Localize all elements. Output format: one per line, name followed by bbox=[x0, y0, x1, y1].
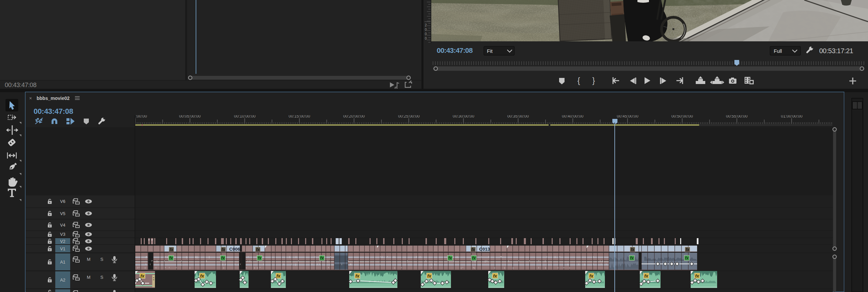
svg-text:fx: fx bbox=[493, 273, 497, 278]
svg-text:fx: fx bbox=[686, 247, 690, 252]
svg-text:fx: fx bbox=[276, 273, 280, 278]
svg-text:{: { bbox=[577, 76, 580, 85]
svg-text:0: 0 bbox=[425, 28, 427, 32]
svg-text:}: } bbox=[592, 76, 595, 85]
svg-text:00:43:47:08: 00:43:47:08 bbox=[5, 81, 36, 88]
svg-text:V4: V4 bbox=[60, 223, 65, 228]
svg-text:fx: fx bbox=[695, 273, 699, 278]
svg-text:00:43:47:08: 00:43:47:08 bbox=[34, 107, 73, 116]
svg-text:fx: fx bbox=[140, 273, 144, 278]
svg-text:C013: C013 bbox=[479, 247, 490, 252]
svg-text:fx: fx bbox=[256, 247, 260, 252]
svg-text:fx: fx bbox=[472, 256, 476, 260]
svg-text:V3: V3 bbox=[60, 232, 65, 237]
svg-text:S: S bbox=[100, 257, 103, 262]
svg-text:0: 0 bbox=[425, 32, 427, 36]
svg-text:fx: fx bbox=[685, 256, 689, 260]
svg-text:M: M bbox=[87, 275, 91, 280]
svg-text:M: M bbox=[87, 257, 91, 262]
svg-text:V5: V5 bbox=[60, 211, 65, 216]
svg-text:V6: V6 bbox=[60, 199, 65, 204]
svg-text:fx: fx bbox=[448, 256, 452, 260]
svg-text:fx: fx bbox=[631, 247, 635, 252]
svg-text:fx: fx bbox=[258, 256, 262, 260]
svg-text:00:53:17:21: 00:53:17:21 bbox=[819, 47, 853, 55]
svg-text:V2: V2 bbox=[60, 239, 65, 244]
svg-text:bbbs_movie02: bbbs_movie02 bbox=[37, 96, 70, 101]
svg-text:fx: fx bbox=[170, 247, 174, 252]
svg-text:C006: C006 bbox=[229, 247, 240, 252]
svg-text:0: 0 bbox=[425, 37, 427, 40]
svg-text:A2: A2 bbox=[60, 278, 65, 283]
svg-text:A1: A1 bbox=[60, 260, 65, 265]
svg-text:fx: fx bbox=[427, 273, 431, 278]
svg-text:fx: fx bbox=[221, 256, 225, 260]
svg-text:fx: fx bbox=[630, 256, 634, 260]
svg-text:fx: fx bbox=[644, 273, 648, 278]
svg-text:fx: fx bbox=[471, 247, 475, 252]
svg-text:fx: fx bbox=[589, 273, 593, 278]
svg-text:fx: fx bbox=[320, 256, 324, 260]
svg-text:S: S bbox=[100, 275, 103, 280]
svg-text:fx: fx bbox=[221, 247, 225, 252]
svg-text:V1: V1 bbox=[60, 247, 65, 251]
svg-text:Full: Full bbox=[774, 48, 782, 54]
svg-text:fx: fx bbox=[200, 273, 204, 278]
svg-text:2: 2 bbox=[425, 23, 427, 27]
svg-text:fx: fx bbox=[355, 273, 359, 278]
svg-text:fx: fx bbox=[169, 256, 173, 260]
svg-text:00:43:47:08: 00:43:47:08 bbox=[437, 46, 473, 54]
svg-text:×: × bbox=[29, 96, 32, 101]
svg-text:Fit: Fit bbox=[487, 48, 493, 54]
